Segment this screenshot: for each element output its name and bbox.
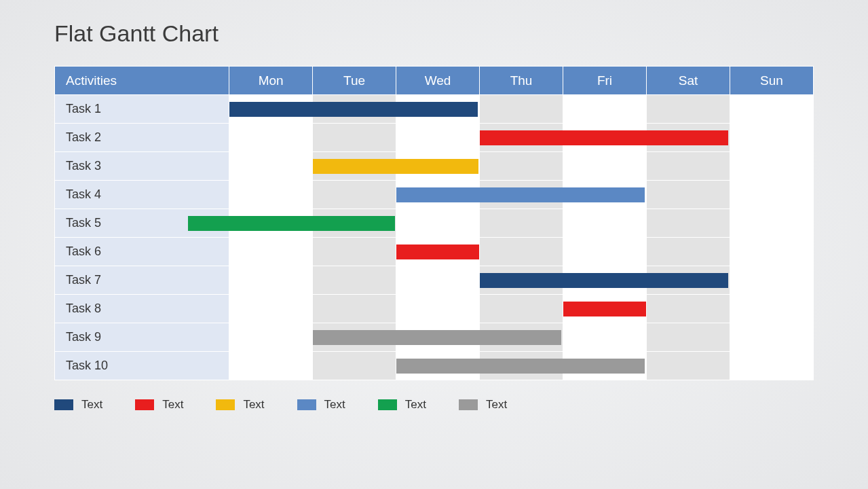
gantt-cell <box>480 95 563 124</box>
legend-item: Text <box>54 398 102 412</box>
gantt-cell <box>730 181 813 209</box>
gantt-cell <box>229 238 313 266</box>
gantt-cell <box>646 152 730 181</box>
legend-swatch <box>54 399 73 410</box>
task-label: Task 9 <box>55 323 229 352</box>
gantt-cell <box>396 352 480 380</box>
gantt-cell <box>646 295 730 323</box>
table-row: Task 9 <box>55 323 814 352</box>
gantt-cell <box>396 124 480 152</box>
gantt-cell <box>646 181 730 209</box>
gantt-cell <box>229 323 313 352</box>
gantt-cell <box>229 352 313 380</box>
task-label: Task 10 <box>55 352 229 380</box>
gantt-cell <box>480 209 563 238</box>
gantt-cell <box>646 209 730 238</box>
task-label: Task 2 <box>55 124 229 152</box>
table-row: Task 2 <box>55 124 814 152</box>
gantt-bar <box>396 244 479 259</box>
table-row: Task 7 <box>55 266 814 295</box>
gantt-cell <box>313 295 396 323</box>
table-row: Task 10 <box>55 352 814 380</box>
legend-item: Text <box>216 398 264 412</box>
gantt-bar <box>480 130 728 145</box>
gantt-cell <box>229 181 313 209</box>
table-row: Task 6 <box>55 238 814 266</box>
header-day: Wed <box>396 67 480 95</box>
gantt-cell <box>563 209 647 238</box>
table-row: Task 3 <box>55 152 814 181</box>
gantt-cell <box>313 152 396 181</box>
table-row: Task 5 <box>55 209 814 238</box>
legend-item: Text <box>297 398 345 412</box>
legend-label: Text <box>486 398 507 412</box>
task-label: Task 7 <box>55 266 229 295</box>
table-row: Task 8 <box>55 295 814 323</box>
gantt-bar <box>229 102 478 117</box>
legend-label: Text <box>162 398 183 412</box>
legend-label: Text <box>243 398 264 412</box>
gantt-cell <box>313 238 396 266</box>
legend-label: Text <box>324 398 345 412</box>
header-day: Fri <box>563 67 647 95</box>
gantt-cell <box>563 295 647 323</box>
gantt-cell <box>730 266 813 295</box>
gantt-cell <box>646 352 730 380</box>
gantt-cell <box>313 124 396 152</box>
legend-swatch <box>378 399 397 410</box>
gantt-cell <box>646 323 730 352</box>
legend-swatch <box>216 399 235 410</box>
header-activities: Activities <box>55 67 229 95</box>
legend-swatch <box>135 399 154 410</box>
gantt-cell <box>396 295 480 323</box>
gantt-cell <box>730 295 813 323</box>
gantt-cell <box>646 238 730 266</box>
gantt-cell <box>229 295 313 323</box>
gantt-cell <box>563 152 647 181</box>
task-label: Task 4 <box>55 181 229 209</box>
gantt-bar <box>396 359 645 374</box>
gantt-cell <box>313 352 396 380</box>
gantt-cell <box>396 238 480 266</box>
gantt-cell <box>480 266 563 295</box>
gantt-cell <box>730 209 813 238</box>
legend-swatch <box>459 399 478 410</box>
gantt-bar <box>480 273 728 288</box>
gantt-cell <box>563 95 647 124</box>
gantt-cell <box>563 238 647 266</box>
header-day: Sun <box>730 67 813 95</box>
table-row: Task 4 <box>55 181 814 209</box>
gantt-cell <box>646 95 730 124</box>
gantt-bar <box>396 187 645 202</box>
legend-item: Text <box>378 398 426 412</box>
gantt-bar <box>313 159 478 174</box>
legend-item: Text <box>459 398 507 412</box>
task-label: Task 3 <box>55 152 229 181</box>
legend-item: Text <box>135 398 183 412</box>
gantt-cell <box>730 152 813 181</box>
gantt-cell <box>730 238 813 266</box>
gantt-cell <box>229 95 313 124</box>
legend: TextTextTextTextTextText <box>54 398 814 412</box>
gantt-cell <box>313 181 396 209</box>
page-title: Flat Gantt Chart <box>54 20 814 47</box>
gantt-bar <box>563 302 646 316</box>
header-day: Thu <box>480 67 563 95</box>
gantt-cell <box>563 323 647 352</box>
gantt-cell <box>480 124 563 152</box>
gantt-cell <box>480 295 563 323</box>
gantt-cell <box>730 124 813 152</box>
gantt-cell <box>480 238 563 266</box>
gantt-cell <box>730 352 813 380</box>
legend-swatch <box>297 399 316 410</box>
task-label: Task 8 <box>55 295 229 323</box>
legend-label: Text <box>405 398 426 412</box>
gantt-cell <box>229 152 313 181</box>
gantt-cell <box>396 266 480 295</box>
gantt-cell <box>730 95 813 124</box>
gantt-cell <box>313 323 396 352</box>
header-row: Activities Mon Tue Wed Thu Fri Sat Sun <box>55 67 814 95</box>
gantt-cell <box>396 181 480 209</box>
gantt-cell <box>396 209 480 238</box>
gantt-cell <box>229 266 313 295</box>
